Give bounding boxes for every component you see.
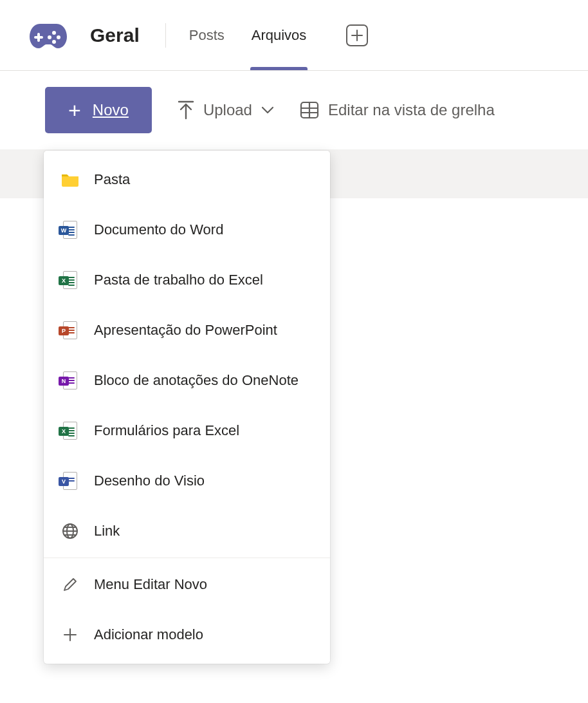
new-button-label: Novo xyxy=(93,101,129,119)
channel-title: Geral xyxy=(90,24,140,46)
excel-icon: X xyxy=(60,269,80,291)
pencil-icon xyxy=(60,574,80,595)
menu-item-label: Link xyxy=(94,523,120,539)
onenote-icon: N xyxy=(60,370,80,391)
chevron-down-icon xyxy=(261,106,274,114)
menu-item-label: Pasta de trabalho do Excel xyxy=(94,272,263,288)
upload-button[interactable]: Upload xyxy=(178,100,274,120)
tab-posts[interactable]: Posts xyxy=(189,0,225,70)
menu-item-label: Pasta xyxy=(94,171,130,188)
files-toolbar: + Novo Upload Editar na vista de grelha xyxy=(0,71,588,149)
menu-item-label: Apresentação do PowerPoint xyxy=(94,322,277,339)
excel-forms-icon: X xyxy=(60,420,80,442)
svg-point-3 xyxy=(57,35,60,39)
grid-icon xyxy=(300,101,319,119)
edit-grid-button[interactable]: Editar na vista de grelha xyxy=(300,101,495,119)
menu-item-label: Bloco de anotações do OneNote xyxy=(94,372,299,389)
menu-item-excel-forms[interactable]: X Formulários para Excel xyxy=(44,406,330,456)
folder-icon xyxy=(60,169,80,191)
menu-item-powerpoint[interactable]: P Apresentação do PowerPoint xyxy=(44,305,330,355)
svg-point-4 xyxy=(52,40,56,44)
menu-item-excel[interactable]: X Pasta de trabalho do Excel xyxy=(44,255,330,305)
menu-item-link[interactable]: Link xyxy=(44,506,330,556)
plus-icon xyxy=(60,624,80,646)
menu-item-label: Formulários para Excel xyxy=(94,422,239,439)
new-button[interactable]: + Novo xyxy=(45,87,152,133)
menu-item-label: Adicionar modelo xyxy=(94,626,203,643)
new-menu: Pasta W Documento do Word X Pasta de tra… xyxy=(44,151,330,664)
globe-icon xyxy=(60,520,80,542)
menu-item-label: Desenho do Visio xyxy=(94,473,205,489)
separator xyxy=(165,23,166,48)
upload-button-label: Upload xyxy=(203,101,252,119)
tab-arquivos[interactable]: Arquivos xyxy=(252,0,307,70)
plus-icon xyxy=(351,30,363,41)
menu-item-label: Documento do Word xyxy=(94,221,223,238)
svg-point-5 xyxy=(48,35,51,39)
menu-item-onenote[interactable]: N Bloco de anotações do OneNote xyxy=(44,355,330,406)
team-avatar xyxy=(26,16,71,55)
menu-item-add-template[interactable]: Adicionar modelo xyxy=(44,610,330,660)
gamepad-icon xyxy=(28,21,68,50)
edit-grid-label: Editar na vista de grelha xyxy=(328,101,495,119)
upload-icon xyxy=(178,100,194,120)
menu-separator xyxy=(44,558,330,558)
plus-icon: + xyxy=(68,99,81,121)
word-icon: W xyxy=(60,219,80,241)
menu-item-label: Menu Editar Novo xyxy=(94,576,207,593)
add-tab-button[interactable] xyxy=(346,24,368,46)
svg-point-2 xyxy=(52,31,56,35)
menu-item-visio[interactable]: V Desenho do Visio xyxy=(44,456,330,506)
tab-bar: Posts Arquivos xyxy=(189,0,369,70)
visio-icon: V xyxy=(60,470,80,492)
channel-header: Geral Posts Arquivos xyxy=(0,0,588,71)
menu-item-pasta[interactable]: Pasta xyxy=(44,155,330,205)
powerpoint-icon: P xyxy=(60,319,80,341)
menu-item-word[interactable]: W Documento do Word xyxy=(44,205,330,255)
svg-rect-1 xyxy=(34,36,43,39)
menu-item-edit-new[interactable]: Menu Editar Novo xyxy=(44,559,330,610)
